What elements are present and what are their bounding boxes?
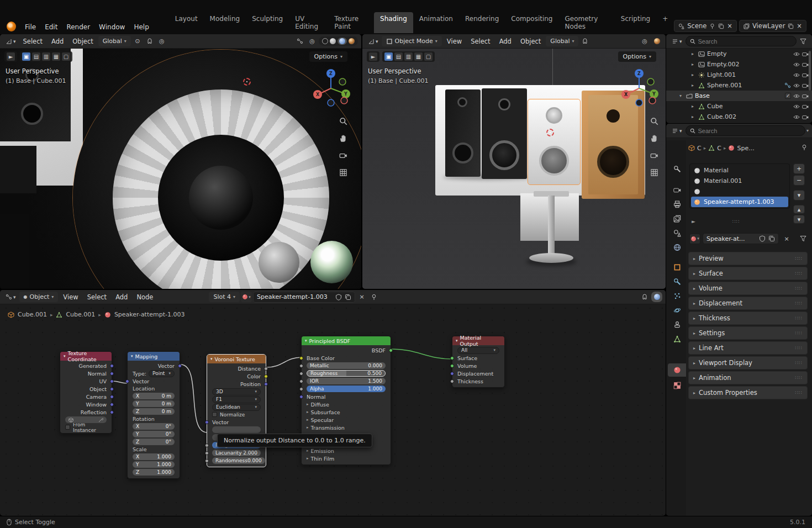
ior-field[interactable]: IOR1.500 — [307, 378, 386, 384]
expand-icon[interactable]: ▸ — [689, 83, 696, 88]
select-mode-intersect-icon[interactable]: ▢ — [62, 52, 70, 61]
properties-tab-physics[interactable] — [668, 304, 686, 317]
material-slot[interactable]: Material.001 — [691, 176, 788, 186]
node-header[interactable]: ▾Material Output — [452, 336, 504, 345]
overlays-icon[interactable] — [651, 292, 662, 302]
socket-window[interactable] — [110, 403, 114, 406]
panel-viewport-display[interactable]: ▸Viewport Display∷∷ — [688, 356, 808, 369]
outliner-row-empty-002[interactable]: ▸ Empty.002 — [666, 59, 812, 70]
rotation-x-field[interactable]: X0° — [133, 423, 175, 430]
shading-solid-icon[interactable] — [330, 38, 336, 44]
copy-material-icon[interactable] — [345, 294, 351, 300]
editor-type-icon[interactable]: ▾ — [3, 37, 18, 46]
socket-metallic[interactable] — [299, 364, 303, 368]
expand-icon[interactable]: ▸ — [689, 104, 696, 109]
socket-normal[interactable] — [299, 395, 303, 399]
transform-orientation-dropdown[interactable]: Global▾ — [546, 36, 578, 46]
disable-render-icon[interactable] — [802, 82, 809, 89]
mesh-icon[interactable] — [708, 145, 715, 151]
new-scene-icon[interactable] — [718, 23, 724, 29]
new-view-layer-icon[interactable] — [788, 23, 794, 29]
breadcrumb-object[interactable]: C — [697, 145, 702, 152]
select-mode-invert-icon[interactable]: ▦ — [52, 52, 60, 61]
shading-wireframe-icon[interactable] — [322, 38, 328, 44]
workspace-tab-uv-editing[interactable]: UV Editing — [289, 12, 328, 33]
hide-viewport-icon[interactable] — [793, 114, 800, 120]
panel-surface[interactable]: ▸Surface∷∷ — [688, 267, 808, 280]
rotation-y-field[interactable]: Y0° — [133, 431, 175, 437]
object-name[interactable]: Cube.002 — [707, 113, 791, 120]
socket-reflection[interactable] — [110, 410, 114, 414]
workspace-tab-sculpting[interactable]: Sculpting — [246, 12, 289, 33]
toolbar-toggle-icon[interactable]: ► — [369, 52, 377, 61]
object-name[interactable]: Sphere.001 — [707, 82, 782, 89]
workspace-tab-scripting[interactable]: Scripting — [615, 12, 656, 33]
slot-dropdown[interactable]: Slot 4▾ — [209, 292, 240, 302]
workspace-tab-texture-paint[interactable]: Texture Paint — [328, 12, 374, 33]
expand-icon[interactable]: ▸ — [689, 72, 696, 77]
node-header[interactable]: ▾Voronoi Texture — [207, 355, 266, 363]
copy-material-icon[interactable] — [768, 235, 775, 242]
shading-rendered-icon[interactable] — [349, 38, 355, 44]
panel-custom-properties[interactable]: ▸Custom Properties∷∷ — [688, 386, 808, 399]
viewport-left-render[interactable] — [0, 49, 361, 289]
select-mode-invert-icon[interactable]: ▦ — [414, 52, 423, 61]
menu-window[interactable]: Window — [94, 21, 129, 33]
object-name[interactable]: Empty — [707, 50, 791, 57]
camera-view-icon[interactable] — [650, 151, 658, 160]
menu-select[interactable]: Select — [19, 36, 46, 47]
material-name-field[interactable]: Speaker-attempt-1.003 — [253, 292, 355, 303]
from-instancer-checkbox[interactable] — [65, 425, 70, 430]
feature-dropdown[interactable]: F1▾ — [212, 396, 261, 403]
socket-object[interactable] — [110, 387, 114, 391]
properties-tab-object[interactable] — [668, 261, 686, 274]
scale-field[interactable] — [212, 426, 261, 433]
socket-uv[interactable] — [110, 379, 114, 383]
distance-metric-dropdown[interactable]: Euclidean▾ — [212, 404, 261, 411]
pin-icon[interactable] — [709, 23, 715, 29]
properties-search-input[interactable] — [698, 128, 801, 134]
menu-edit[interactable]: Edit — [40, 21, 62, 33]
socket-vector-in[interactable] — [205, 420, 209, 424]
object-picker[interactable] — [65, 416, 107, 423]
panel-preview[interactable]: ▸Preview∷∷ — [688, 252, 808, 265]
workspace-tab-modeling[interactable]: Modeling — [204, 12, 246, 33]
hide-viewport-icon[interactable] — [793, 103, 800, 110]
browse-material-icon[interactable]: ▾ — [689, 234, 700, 244]
socket-color[interactable] — [264, 374, 268, 378]
properties-tab-constraints[interactable] — [668, 318, 686, 331]
socket-ior[interactable] — [299, 379, 303, 383]
disable-render-icon[interactable] — [802, 93, 809, 99]
material-icon[interactable] — [728, 145, 735, 151]
outliner-row-light-001[interactable]: ▸ Light.001 — [666, 70, 812, 80]
scale-y-field[interactable]: Y1.000 — [133, 461, 175, 468]
add-slot-button[interactable]: + — [793, 163, 805, 174]
normalize-checkbox[interactable] — [212, 412, 217, 417]
socket-base-color[interactable] — [299, 356, 303, 360]
socket-camera[interactable] — [110, 395, 114, 399]
location-z-field[interactable]: Z0 m — [133, 408, 175, 415]
outliner-row-empty[interactable]: ▸ Empty — [666, 49, 812, 59]
node-mapping[interactable]: ▾Mapping Vector Type:Point▾ Vector Locat… — [127, 351, 180, 479]
options-button[interactable]: Options▾ — [618, 51, 656, 62]
proportional-editing-icon[interactable]: ◎ — [156, 36, 167, 46]
workspace-tab-shading[interactable]: Shading — [374, 12, 413, 33]
menu-object[interactable]: Object — [516, 36, 545, 47]
node-header[interactable]: ▾Mapping — [128, 352, 180, 361]
show-overlays-icon[interactable]: ◎ — [639, 36, 650, 46]
properties-tab-object-data[interactable] — [668, 332, 686, 346]
outliner-search[interactable] — [686, 36, 797, 46]
location-x-field[interactable]: X0 m — [133, 393, 175, 399]
node-voronoi-texture[interactable]: ▾Voronoi Texture Distance Color Position… — [207, 354, 266, 467]
move-view-icon[interactable] — [339, 134, 347, 142]
properties-tab-render[interactable] — [668, 183, 686, 197]
panel-displacement[interactable]: ▸Displacement∷∷ — [688, 297, 808, 310]
toolbar-toggle-icon[interactable]: ► — [7, 52, 15, 61]
properties-tab-view-layer[interactable] — [668, 212, 686, 225]
panel-animation[interactable]: ▸Animation∷∷ — [688, 371, 808, 384]
collection-name[interactable]: Base — [695, 92, 783, 99]
socket-distance[interactable] — [264, 367, 268, 371]
object-name[interactable]: Cube — [707, 103, 791, 110]
node-material-output[interactable]: ▾Material Output All▾ Surface Volume Dis… — [452, 336, 505, 388]
breadcrumb-data[interactable]: Cube.001 — [66, 311, 95, 318]
